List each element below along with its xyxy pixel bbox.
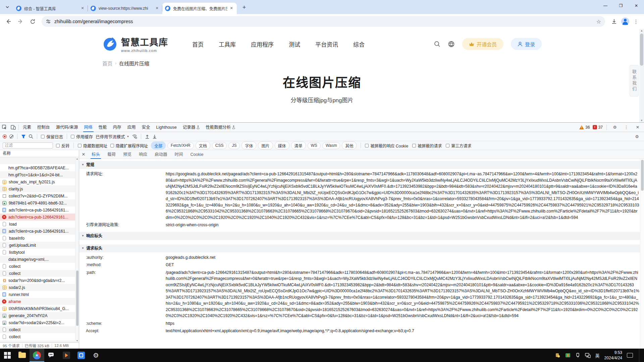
errors-indicator[interactable]: ! 37 <box>593 125 603 130</box>
chrome-taskbar-button[interactable] <box>30 349 44 362</box>
devtools-tab-内存[interactable]: 内存 <box>110 123 124 132</box>
devtools-tab-源代码/来源[interactable]: 源代码/来源 <box>53 123 81 132</box>
taskbar-clock[interactable]: 9:53 2024/4/24 <box>604 350 622 361</box>
devtools-tab-控制台[interactable]: 控制台 <box>34 123 53 132</box>
window-minimize-button[interactable]: — <box>598 0 613 11</box>
request-row[interactable]: load <box>0 221 79 228</box>
devtools-tab-Lighthouse[interactable]: Lighthouse <box>153 123 180 132</box>
devtools-tab-安全[interactable]: 安全 <box>139 123 153 132</box>
request-row[interactable]: sodar2.js <box>0 284 79 291</box>
detail-tab-时间[interactable]: 时间 <box>171 150 187 159</box>
detail-tab-启动器[interactable]: 启动器 <box>151 150 171 159</box>
filter-type-媒体[interactable]: 媒体 <box>275 141 289 149</box>
media-app-button[interactable] <box>59 349 74 362</box>
request-row[interactable] <box>0 157 79 164</box>
section-response-headers[interactable]: ▼响应标头 <box>79 232 644 240</box>
preserve-log-checkbox[interactable]: 保留日志 <box>41 133 63 140</box>
site-nav-item-工具库[interactable]: 工具库 <box>219 40 236 48</box>
request-row[interactable]: hm.gif?hca=80D5B72BAFE4AE... <box>0 164 79 171</box>
filter-funnel-icon[interactable] <box>21 134 26 139</box>
detail-tab-标头[interactable]: 标头 <box>88 150 104 159</box>
request-row[interactable]: data:image/svg+xml,... <box>0 256 79 263</box>
scroll-up-arrow-icon[interactable]: ▲ <box>75 158 79 160</box>
request-row[interactable]: collect <box>0 263 79 270</box>
request-row[interactable]: baseInfo <box>0 235 79 242</box>
filter-type-WS[interactable]: WS <box>308 142 321 149</box>
request-row[interactable]: sodar?id=sodar2&v=225&t=2... <box>0 319 79 326</box>
window-close-button[interactable]: ✕ <box>629 0 644 11</box>
tray-app-green-icon[interactable] <box>565 353 571 358</box>
detail-tab-载荷[interactable]: 载荷 <box>104 150 119 159</box>
bookmark-star-icon[interactable]: ☆ <box>596 18 601 25</box>
devtools-menu-icon[interactable]: ⋮ <box>622 123 631 132</box>
forward-button[interactable] <box>15 16 25 26</box>
request-row[interactable]: hm.gif?cc=1&ck=1&cl=24-bit... <box>0 171 79 178</box>
requests-name-header[interactable]: 名称 <box>0 150 79 157</box>
request-row[interactable]: ads?client=ca-pub-1266429161... <box>0 214 79 221</box>
filter-type-JS[interactable]: JS <box>228 142 240 149</box>
page-scrollbar-thumb[interactable] <box>640 34 643 66</box>
login-button[interactable]: 登录 <box>511 38 542 50</box>
site-logo[interactable]: 智慧工具库 www.zhihuilib.com <box>102 35 168 53</box>
request-row[interactable]: generate_204?xfYl2A <box>0 312 79 319</box>
devtools-settings-icon[interactable]: ⚙ <box>610 123 619 132</box>
throttling-select[interactable]: 已停用节流模式 ▼ <box>96 133 129 140</box>
filter-input[interactable] <box>3 142 53 148</box>
browser-menu-button[interactable]: ⋮ <box>631 18 641 25</box>
profile-avatar[interactable] <box>621 17 629 25</box>
hide-data-urls-checkbox[interactable]: 隐藏数据网址 <box>78 143 107 148</box>
filter-type-Wasm[interactable]: Wasm <box>322 142 340 149</box>
notification-center-icon[interactable] <box>627 353 633 358</box>
tray-app-gold-icon[interactable] <box>555 353 560 358</box>
scroll-down-arrow-icon[interactable]: ▼ <box>75 340 79 342</box>
request-row[interactable]: runner.html <box>0 291 79 298</box>
browser-tab[interactable]: view-source:https://www.zhi✕ <box>88 3 162 14</box>
detail-scrollbar-thumb[interactable] <box>641 160 644 191</box>
request-row[interactable]: listbytool <box>0 249 79 256</box>
request-row[interactable]: sodar?sv=200&tid=gda&tv=r2... <box>0 277 79 284</box>
site-nav-item-测试[interactable]: 测试 <box>289 40 300 48</box>
url-text[interactable]: zhihuilib.com/general/imagecompress <box>54 19 596 24</box>
requests-scrollbar-thumb[interactable] <box>76 270 78 326</box>
warnings-indicator[interactable]: 36 <box>579 125 590 130</box>
record-button[interactable] <box>3 134 7 138</box>
usb-tray-icon[interactable] <box>575 353 580 358</box>
filter-type-全部[interactable]: 全部 <box>151 141 166 149</box>
back-button[interactable] <box>3 16 13 26</box>
window-maximize-button[interactable]: ❐ <box>613 0 629 11</box>
request-row[interactable]: collect <box>0 333 79 340</box>
detail-scrollbar[interactable] <box>640 159 644 349</box>
blue-app-button[interactable] <box>74 349 89 362</box>
browser-tab[interactable]: 综合 - 智慧工具库✕ <box>13 3 88 14</box>
tab-search-button[interactable] <box>3 2 12 12</box>
inspect-element-icon[interactable] <box>0 123 9 132</box>
devtools-tab-记录器[interactable]: 记录器 <box>180 123 203 132</box>
clear-network-log-icon[interactable] <box>9 134 13 138</box>
filter-type-字体[interactable]: 字体 <box>241 141 256 149</box>
address-bar[interactable]: zhihuilib.com/general/imagecompress ☆ <box>42 16 605 27</box>
breadcrumb-home[interactable]: 首页 <box>102 60 112 67</box>
filter-type-其他[interactable]: 其他 <box>342 141 357 149</box>
downloads-button[interactable] <box>609 16 619 26</box>
devtools-tab-网络[interactable]: 网络 <box>81 123 96 132</box>
filter-type-清单[interactable]: 清单 <box>291 141 306 149</box>
devtools-tab-性能[interactable]: 性能 <box>96 123 110 132</box>
site-nav-item-应用程序[interactable]: 应用程序 <box>251 40 274 48</box>
request-row[interactable]: collect?v=2&tid=G-ZYPN2D8M... <box>0 192 79 199</box>
site-info-icon[interactable] <box>46 19 51 24</box>
devtools-close-icon[interactable]: ✕ <box>633 123 642 132</box>
network-search-icon[interactable] <box>29 134 33 139</box>
filter-checkbox-被屏蔽的请求[interactable]: 被屏蔽的请求 <box>412 143 442 148</box>
request-row[interactable]: show_ads_impl_fy2021.js <box>0 178 79 185</box>
import-har-icon[interactable] <box>145 134 150 139</box>
new-tab-button[interactable]: + <box>239 3 249 12</box>
devtools-tab-性能数据分析[interactable]: 性能数据分析 <box>203 123 238 132</box>
tab-close-icon[interactable]: ✕ <box>229 6 234 11</box>
section-request-headers[interactable]: ▼请求标头 <box>79 244 644 252</box>
search-icon[interactable] <box>434 41 440 47</box>
hide-extension-urls-checkbox[interactable]: 隐藏扩展程序网址 <box>110 143 148 148</box>
page-scrollbar[interactable]: ▲ ▼ <box>639 29 644 122</box>
detail-tab-Cookie[interactable]: Cookie <box>187 150 207 159</box>
file-explorer-button[interactable] <box>15 349 30 362</box>
browser-tab[interactable]: 免费在线图片压缩、免费图片压✕ <box>162 3 237 14</box>
